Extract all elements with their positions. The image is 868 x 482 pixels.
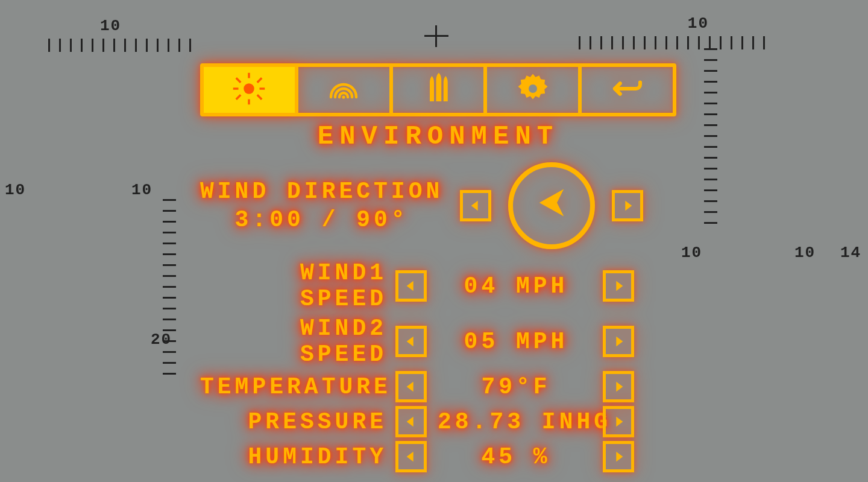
wind2-speed-decrement[interactable] — [395, 326, 427, 357]
wind-direction-value: 3:00 / 90° — [200, 206, 443, 235]
reticle-label-10: 10 — [131, 181, 153, 199]
arrow-left-icon — [404, 374, 418, 400]
svg-rect-1 — [248, 72, 251, 78]
wind1-speed-label: WIND1 SPEED — [200, 260, 387, 312]
row-wind1-speed: WIND1 SPEED 04 MPH — [200, 260, 676, 312]
pressure-increment[interactable] — [603, 406, 634, 437]
radar-icon — [327, 72, 360, 109]
reticle-label-14: 14 — [840, 244, 861, 262]
humidity-increment[interactable] — [603, 441, 634, 472]
environment-rows: WIND1 SPEED 04 MPH WIND2 SPEED 05 MPH TE… — [200, 260, 676, 472]
reticle-label-10: 10 — [681, 244, 702, 262]
reticle-label-10: 10 — [794, 244, 816, 262]
svg-marker-12 — [539, 189, 564, 216]
back-icon — [611, 72, 644, 109]
tab-ammo[interactable] — [393, 67, 488, 113]
svg-rect-5 — [236, 77, 242, 83]
temperature-decrement[interactable] — [395, 371, 427, 402]
wind-direction-decrement[interactable] — [460, 190, 491, 221]
reticle-label-10: 10 — [5, 181, 26, 199]
tab-settings[interactable] — [487, 67, 582, 113]
svg-marker-15 — [616, 281, 623, 291]
row-pressure: PRESSURE 28.73 INHG — [200, 406, 676, 437]
pressure-value: 28.73 INHG — [438, 409, 594, 435]
pressure-label: PRESSURE — [200, 409, 387, 435]
svg-marker-13 — [626, 200, 632, 211]
humidity-label: HUMIDITY — [200, 444, 387, 470]
wind2-speed-label: WIND2 SPEED — [200, 316, 387, 367]
humidity-value: 45 % — [438, 444, 594, 470]
pressure-decrement[interactable] — [395, 406, 427, 437]
row-wind2-speed: WIND2 SPEED 05 MPH — [200, 316, 676, 367]
wind1-speed-increment[interactable] — [603, 270, 634, 302]
arrow-left-icon — [404, 409, 418, 435]
svg-marker-16 — [407, 336, 414, 346]
svg-rect-8 — [236, 94, 242, 100]
wind2-speed-increment[interactable] — [603, 326, 634, 357]
tab-environment[interactable] — [204, 67, 298, 113]
wind-direction-label: WIND DIRECTION — [200, 177, 443, 206]
row-temperature: TEMPERATURE 79°F — [200, 371, 676, 402]
arrow-left-icon — [404, 444, 418, 470]
svg-rect-4 — [260, 87, 265, 90]
svg-marker-18 — [407, 381, 414, 392]
humidity-decrement[interactable] — [395, 441, 427, 472]
compass-arrow-icon — [530, 181, 573, 231]
svg-marker-23 — [616, 451, 623, 461]
svg-point-9 — [342, 95, 345, 98]
reticle-label-20: 20 — [151, 331, 172, 349]
wind-direction-row: WIND DIRECTION 3:00 / 90° — [200, 162, 676, 249]
reticle-label-10: 10 — [688, 14, 709, 33]
svg-marker-14 — [407, 281, 414, 291]
wind-compass[interactable] — [508, 162, 595, 249]
svg-rect-3 — [233, 87, 239, 90]
svg-marker-17 — [616, 336, 623, 346]
arrow-left-icon — [404, 329, 418, 355]
reticle-label-10: 10 — [100, 17, 121, 35]
arrow-right-icon — [612, 444, 625, 470]
arrow-right-icon — [612, 273, 625, 299]
temperature-increment[interactable] — [603, 371, 634, 402]
tab-bar — [200, 63, 676, 116]
page-title: ENVIRONMENT — [200, 121, 676, 151]
environment-hud: ENVIRONMENT WIND DIRECTION 3:00 / 90° — [200, 63, 676, 476]
tab-targeting[interactable] — [298, 67, 393, 113]
svg-rect-2 — [248, 99, 251, 104]
arrow-right-icon — [621, 193, 634, 219]
wind1-speed-value: 04 MPH — [438, 273, 594, 299]
svg-marker-21 — [616, 416, 623, 427]
sun-icon — [232, 72, 266, 109]
svg-rect-6 — [257, 94, 263, 100]
gear-icon — [516, 72, 550, 109]
svg-marker-19 — [616, 381, 623, 392]
svg-rect-7 — [257, 77, 263, 83]
wind-direction-increment[interactable] — [612, 190, 643, 221]
svg-marker-20 — [407, 416, 414, 427]
wind2-speed-value: 05 MPH — [438, 329, 594, 355]
tab-back[interactable] — [582, 67, 673, 113]
row-humidity: HUMIDITY 45 % — [200, 441, 676, 472]
svg-point-10 — [529, 84, 537, 93]
svg-marker-22 — [407, 451, 414, 461]
arrow-right-icon — [612, 329, 625, 355]
arrow-right-icon — [612, 409, 625, 435]
temperature-label: TEMPERATURE — [200, 374, 387, 400]
wind1-speed-decrement[interactable] — [395, 270, 427, 302]
arrow-left-icon — [469, 193, 482, 219]
bullets-icon — [421, 72, 455, 109]
arrow-left-icon — [404, 273, 418, 299]
svg-point-0 — [244, 83, 255, 94]
svg-marker-11 — [471, 200, 478, 211]
arrow-right-icon — [612, 374, 625, 400]
temperature-value: 79°F — [438, 374, 594, 400]
